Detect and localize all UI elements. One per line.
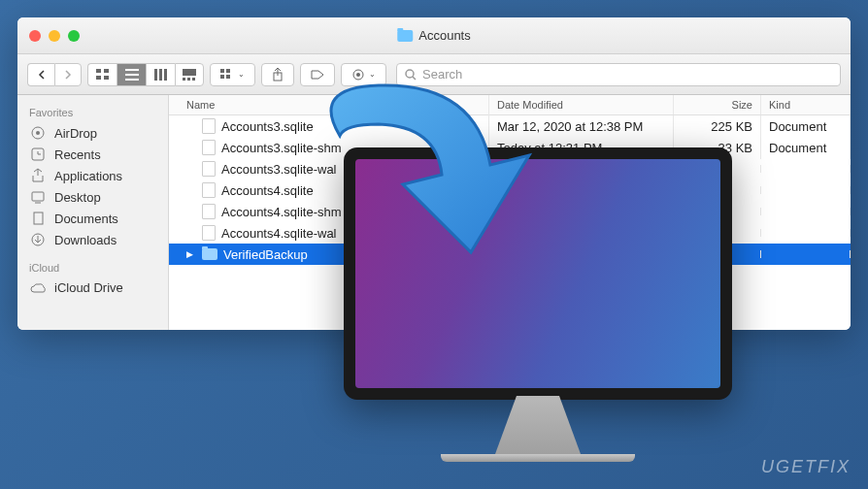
minimize-button[interactable] [49,30,60,42]
downloads-icon [29,232,47,247]
svg-rect-13 [192,78,195,81]
sidebar-item-label: AirDrop [54,126,97,141]
sidebar-section-icloud: iCloud [17,258,168,277]
column-header-date[interactable]: Date Modified [489,95,674,114]
file-icon [202,204,216,219]
folder-icon [202,248,217,260]
imac-base [441,454,635,462]
svg-rect-14 [220,69,224,73]
close-button[interactable] [29,30,41,42]
file-kind: Document [761,115,851,138]
sidebar-item-applications[interactable]: Applications [17,165,168,186]
search-input[interactable]: Search [396,63,841,86]
svg-rect-5 [125,74,139,76]
column-header-name[interactable]: Name [169,95,489,114]
column-header-kind[interactable]: Kind [761,95,851,114]
cloud-icon [29,282,47,294]
gallery-icon [183,69,196,81]
file-icon [202,225,216,241]
file-size: 225 KB [674,115,761,138]
sidebar-item-documents[interactable]: Documents [17,208,168,229]
folder-icon [397,30,413,42]
file-name: VerifiedBackup [223,247,308,262]
sidebar-item-label: Applications [54,169,122,183]
file-kind [761,186,851,194]
window-title-label: Accounts [418,28,470,43]
zoom-button[interactable] [68,30,80,42]
sidebar-item-airdrop[interactable]: AirDrop [17,122,168,144]
nav-buttons [27,63,82,86]
search-placeholder: Search [422,67,462,82]
gallery-view-button[interactable] [175,63,204,86]
file-kind [761,165,851,173]
svg-rect-28 [34,212,43,224]
list-header: Name Date Modified Size Kind [169,95,851,115]
grid-icon [96,69,110,81]
titlebar: Accounts [17,17,851,54]
sidebar: Favorites AirDrop Recents Applications D… [17,95,169,330]
sidebar-item-label: Documents [54,212,118,226]
file-name: Accounts4.sqlite [221,183,314,198]
sidebar-item-downloads[interactable]: Downloads [17,229,168,250]
chevron-left-icon [38,70,46,80]
file-name: Accounts4.sqlite-wal [221,226,337,241]
gear-icon [351,68,365,82]
svg-rect-7 [154,69,157,81]
sidebar-section-favorites: Favorites [17,103,168,122]
share-button[interactable] [261,63,294,86]
svg-rect-15 [226,69,230,73]
search-icon [405,69,417,81]
imac-screen [344,147,732,400]
airdrop-icon [29,125,47,141]
share-icon [272,68,284,82]
sidebar-item-desktop[interactable]: Desktop [17,186,168,208]
sidebar-item-recents[interactable]: Recents [17,144,168,165]
clock-icon [29,147,47,162]
disclosure-triangle-icon[interactable]: ▶ [186,249,196,259]
sidebar-item-label: Desktop [54,190,101,205]
file-name: Accounts3.sqlite [221,119,314,134]
svg-rect-9 [164,69,167,81]
svg-line-22 [413,77,416,80]
file-icon [202,182,216,198]
table-row[interactable]: Accounts3.sqliteMar 12, 2020 at 12:38 PM… [169,115,851,137]
svg-rect-8 [159,69,162,81]
svg-point-24 [36,131,40,135]
window-controls [29,30,80,42]
icon-view-button[interactable] [87,63,117,86]
sidebar-item-label: Downloads [54,233,117,247]
tag-icon [311,69,324,81]
imac-stand [484,396,591,454]
list-view-button[interactable] [117,63,146,86]
file-name: Accounts4.sqlite-shm [221,205,342,219]
back-button[interactable] [27,63,54,86]
tags-button[interactable] [300,63,335,86]
arrange-button[interactable]: ⌄ [210,63,255,86]
file-kind [761,229,851,237]
chevron-right-icon [64,70,72,80]
column-header-size[interactable]: Size [674,95,761,114]
arrange-icon [220,69,234,81]
file-kind [761,250,851,258]
columns-icon [154,69,168,81]
toolbar: ⌄ ⌄ Search [17,54,851,95]
svg-rect-10 [183,69,196,76]
watermark: UGETFIX [761,457,851,477]
desktop-icon [29,189,47,205]
imac-illustration [344,147,732,462]
file-kind [761,208,851,215]
action-button[interactable]: ⌄ [341,63,386,86]
column-view-button[interactable] [146,63,175,86]
window-title: Accounts [397,28,470,43]
sidebar-item-icloud-drive[interactable]: iCloud Drive [17,277,168,298]
svg-rect-16 [220,75,224,79]
svg-point-20 [356,73,360,77]
forward-button[interactable] [54,63,82,86]
svg-rect-0 [96,69,101,73]
svg-rect-4 [125,69,139,71]
svg-rect-3 [104,76,109,80]
documents-icon [29,211,47,226]
svg-rect-26 [32,192,44,201]
list-icon [125,69,139,81]
sidebar-item-label: iCloud Drive [54,280,123,295]
